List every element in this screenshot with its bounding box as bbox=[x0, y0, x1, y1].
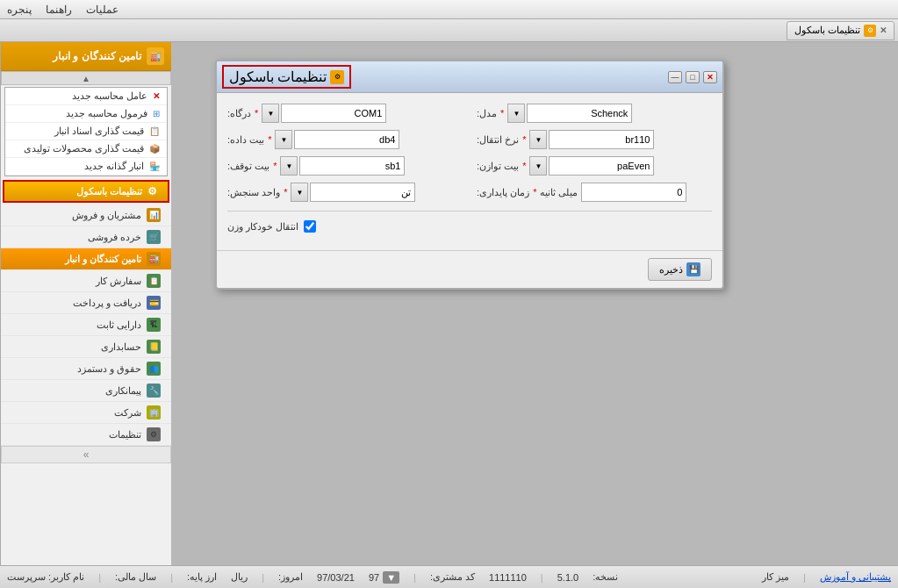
date-value: 97/03/21 bbox=[317, 572, 355, 583]
model-dropdown-btn[interactable]: ▼ bbox=[507, 104, 525, 123]
form-input-group-model: ▼ bbox=[507, 104, 632, 123]
menu-operations[interactable]: عملیات bbox=[86, 4, 119, 16]
sidebar-item-basekol-settings[interactable]: ⚙ تنظیمات باسکول bbox=[3, 180, 169, 203]
sidebar-item-salary[interactable]: 👥 حقوق و دستمزد bbox=[1, 358, 171, 380]
model-input[interactable] bbox=[527, 104, 632, 123]
close-icon: ✕ bbox=[153, 91, 160, 101]
settings-nav-icon: ⚙ bbox=[147, 427, 161, 441]
sidebar-item-label-payment: دریافت و پرداخت bbox=[73, 298, 141, 309]
context-item-3[interactable]: 📦 قیمت گذاری محصولات تولیدی bbox=[5, 140, 167, 158]
support-link[interactable]: پشتیبانی و آموزش bbox=[820, 571, 891, 583]
double-arrow-btn[interactable]: » bbox=[1, 446, 171, 463]
sidebar-item-contractor[interactable]: 🔧 پیمانکاری bbox=[1, 380, 171, 402]
sidebar-item-label-suppliers: تامین کنندگان و انبار bbox=[65, 254, 141, 265]
sidebar-item-suppliers[interactable]: 🏭 تامین کنندگان و انبار bbox=[1, 248, 171, 270]
port-input[interactable] bbox=[281, 104, 386, 123]
desk-label[interactable]: میز کار bbox=[762, 571, 789, 583]
transfer-dropdown-btn[interactable]: ▼ bbox=[529, 130, 547, 149]
retail-icon: 🛒 bbox=[147, 230, 161, 244]
stop-dropdown-btn[interactable]: ▼ bbox=[280, 156, 298, 176]
btn-area: 💾 ذخیره bbox=[217, 250, 722, 288]
sidebar-item-settings[interactable]: ⚙ تنظیمات bbox=[1, 424, 171, 446]
dialog-controls: ✕ □ — bbox=[668, 71, 717, 83]
sidebar-item-sales[interactable]: 📊 مشتریان و فروش bbox=[1, 204, 171, 226]
context-item-label-4: انبار گذانه جدید bbox=[84, 161, 144, 172]
stop-required: * bbox=[273, 161, 277, 171]
dialog-title-label: تنظیمات باسکول bbox=[229, 68, 327, 85]
dialog-minimize-btn[interactable]: — bbox=[668, 71, 682, 83]
dialog-restore-btn[interactable]: □ bbox=[686, 71, 700, 83]
sales-icon: 📊 bbox=[147, 208, 161, 222]
delay-required: * bbox=[533, 187, 536, 197]
context-item-label-2: قیمت گذاری اسناد انبار bbox=[54, 125, 144, 137]
form-row-balance: ▼ * بیت توازن: bbox=[477, 156, 712, 176]
stop-label: بیت توقف: bbox=[227, 161, 269, 172]
context-item-label-1: فرمول محاسبه جدید bbox=[66, 108, 147, 119]
form-row-delay: میلی ثانیه * زمان پایداری: bbox=[477, 183, 712, 202]
port-dropdown-btn[interactable]: ▼ bbox=[262, 104, 279, 123]
sidebar-item-retail[interactable]: 🛒 خرده فروشی bbox=[1, 226, 171, 248]
sidebar-item-company[interactable]: 🏢 شرکت bbox=[1, 402, 171, 424]
date-label: امروز: bbox=[278, 571, 303, 583]
sidebar-header: 🏭 تامین کنندگان و انبار bbox=[1, 42, 171, 71]
context-item-0[interactable]: ✕ عامل محاسبه جدید bbox=[5, 88, 167, 105]
balance-label: بیت توازن: bbox=[477, 161, 519, 172]
customer-value: 1111110 bbox=[489, 572, 527, 583]
context-item-label-3: قیمت گذاری محصولات تولیدی bbox=[24, 143, 144, 154]
status-divider-3: | bbox=[262, 572, 264, 583]
dialog-close-btn[interactable]: ✕ bbox=[703, 71, 717, 83]
menu-window[interactable]: پنجره bbox=[7, 4, 32, 16]
sidebar-item-order[interactable]: 📋 سفارش کار bbox=[1, 270, 171, 292]
bits-data-dropdown-btn[interactable]: ▼ bbox=[275, 130, 292, 149]
tab-close-icon[interactable]: ✕ bbox=[880, 25, 887, 35]
stop-input[interactable] bbox=[299, 156, 405, 176]
balance-dropdown-btn[interactable]: ▼ bbox=[529, 156, 547, 176]
accounting-icon: 📒 bbox=[147, 340, 161, 354]
transfer-label: نرخ انتقال: bbox=[477, 134, 519, 146]
pricing-icon: 📋 bbox=[149, 126, 160, 136]
scroll-up-btn[interactable]: ▲ bbox=[1, 71, 171, 85]
status-divider-0: | bbox=[803, 572, 806, 583]
dialog-title-icon: ⚙ bbox=[330, 70, 344, 84]
balance-input[interactable] bbox=[549, 156, 654, 176]
basekol-settings-icon: ⚙ bbox=[147, 185, 157, 197]
version-value: 5.1.0 bbox=[557, 572, 578, 583]
menu-help[interactable]: راهنما bbox=[46, 4, 72, 16]
status-divider-5: | bbox=[98, 572, 101, 583]
bits-data-required: * bbox=[268, 134, 271, 145]
bits-data-label: بیت داده: bbox=[227, 134, 264, 146]
delay-input[interactable] bbox=[581, 183, 686, 202]
sidebar-item-accounting[interactable]: 📒 حسابداری bbox=[1, 336, 171, 358]
model-required: * bbox=[500, 108, 504, 118]
currency-value: ریال bbox=[231, 571, 248, 583]
dialog-body: ▼ * مدل: ▼ * درگاه: bbox=[217, 93, 722, 250]
port-label: درگاه: bbox=[227, 108, 251, 119]
menu-bar: عملیات راهنما پنجره bbox=[0, 0, 898, 19]
context-item-2[interactable]: 📋 قیمت گذاری اسناد انبار bbox=[5, 123, 167, 140]
form-row-bits-data: ▼ * بیت داده: bbox=[227, 130, 463, 149]
sidebar-item-assets[interactable]: 🏗 دارایی ثابت bbox=[1, 314, 171, 336]
sidebar-item-label-company: شرکت bbox=[114, 407, 141, 419]
sidebar-item-label-accounting: حسابداری bbox=[101, 341, 141, 353]
delay-unit-label: میلی ثانیه bbox=[540, 187, 578, 198]
context-item-1[interactable]: ⊞ فرمول محاسبه جدید bbox=[5, 105, 167, 123]
save-label: ذخیره bbox=[659, 264, 683, 276]
transfer-input[interactable] bbox=[549, 130, 654, 149]
salary-icon: 👥 bbox=[147, 362, 161, 376]
form-input-group-bits-data: ▼ bbox=[275, 130, 399, 149]
tab-settings[interactable]: ✕ ⚙ تنظیمات باسکول bbox=[787, 21, 894, 40]
warehouse-icon: 🏪 bbox=[149, 161, 160, 171]
formula-icon: ⊞ bbox=[153, 109, 160, 118]
sidebar-item-label-settings: تنظیمات bbox=[109, 429, 141, 441]
form-row-transfer: ▼ * نرخ انتقال: bbox=[477, 130, 712, 149]
form-input-group-balance: ▼ bbox=[529, 156, 654, 176]
unit-input[interactable] bbox=[310, 183, 415, 202]
auto-transfer-checkbox[interactable] bbox=[304, 220, 316, 233]
sidebar-item-payment[interactable]: 💳 دریافت و پرداخت bbox=[1, 292, 171, 314]
unit-dropdown-btn[interactable]: ▼ bbox=[291, 183, 308, 202]
context-item-4[interactable]: 🏪 انبار گذانه جدید bbox=[5, 158, 167, 176]
bits-data-input[interactable] bbox=[294, 130, 399, 149]
main-area: ✕ □ — ⚙ تنظیمات باسکول ▼ bbox=[0, 42, 898, 565]
form-divider bbox=[227, 211, 712, 212]
save-button[interactable]: 💾 ذخیره bbox=[648, 258, 712, 281]
